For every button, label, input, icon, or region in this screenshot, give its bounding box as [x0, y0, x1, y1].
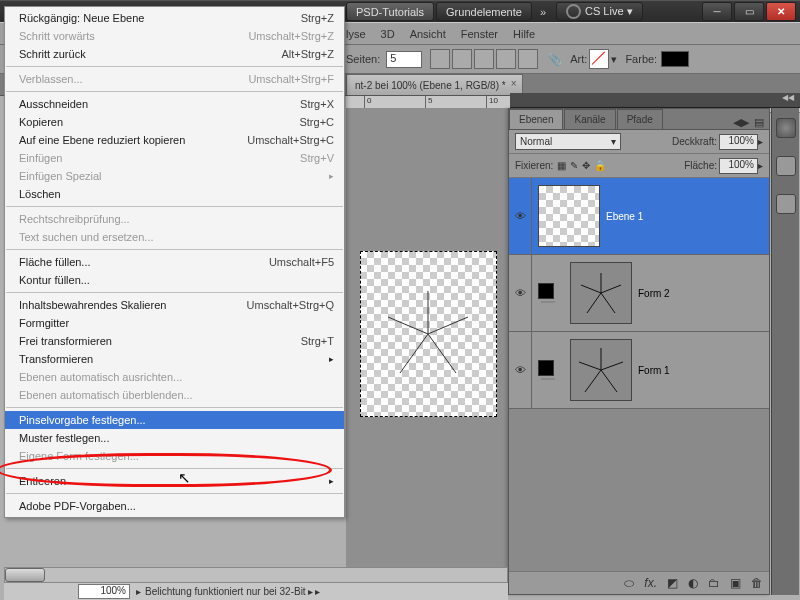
workspace-psd[interactable]: PSD-Tutorials	[346, 2, 434, 21]
menu-item[interactable]: Entleeren	[5, 472, 344, 490]
layer-name[interactable]: Form 1	[638, 365, 670, 376]
layer-thumb[interactable]	[570, 339, 632, 401]
layer-thumb[interactable]	[538, 185, 600, 247]
cslive-button[interactable]: CS Live ▾	[556, 2, 643, 21]
menu-item: EinfügenStrg+V	[5, 149, 344, 167]
panel-collapse-bar[interactable]	[510, 93, 800, 108]
poly-option-3[interactable]	[474, 49, 494, 69]
fill-input[interactable]: 100%	[719, 158, 758, 174]
trash-icon[interactable]: 🗑	[751, 576, 763, 590]
menu-item[interactable]: Frei transformierenStrg+T	[5, 332, 344, 350]
opacity-label: Deckkraft:	[672, 136, 717, 147]
dock-swatches-icon[interactable]	[776, 156, 796, 176]
lock-all-icon[interactable]: 🔒	[594, 160, 606, 171]
poly-option-1[interactable]	[430, 49, 450, 69]
layer-name[interactable]: Form 2	[638, 288, 670, 299]
close-button[interactable]: ✕	[766, 2, 796, 21]
menu-item[interactable]: Fläche füllen...Umschalt+F5	[5, 253, 344, 271]
status-bar: 100% ▸ Belichtung funktioniert nur bei 3…	[4, 582, 508, 600]
tab-kanaele[interactable]: Kanäle	[564, 109, 615, 129]
menu-item[interactable]: KopierenStrg+C	[5, 113, 344, 131]
lock-paint-icon[interactable]: ✎	[570, 160, 578, 171]
workspace-grund[interactable]: Grundelemente	[436, 2, 532, 21]
menu-hilfe[interactable]: Hilfe	[513, 28, 535, 40]
opacity-input[interactable]: 100%	[719, 134, 758, 150]
blend-mode-select[interactable]: Normal▾	[515, 133, 621, 150]
svg-line-1	[428, 317, 468, 334]
menu-item[interactable]: Formgitter	[5, 314, 344, 332]
dock-color-icon[interactable]	[776, 118, 796, 138]
link-icon[interactable]: ⬭	[624, 576, 634, 590]
art-label: Art:	[570, 53, 587, 65]
poly-option-5[interactable]	[518, 49, 538, 69]
menu-item[interactable]: Rückgängig: Neue EbeneStrg+Z	[5, 9, 344, 27]
farbe-label: Farbe:	[625, 53, 657, 65]
menu-item: Eigene Form festlegen...	[5, 447, 344, 465]
maximize-button[interactable]: ▭	[734, 2, 764, 21]
menu-item[interactable]: Adobe PDF-Vorgaben...	[5, 497, 344, 515]
layer-mask-thumb[interactable]	[538, 283, 554, 299]
canvas[interactable]	[360, 251, 497, 417]
more-icon[interactable]: »	[540, 6, 546, 18]
scrollbar-horizontal[interactable]	[4, 567, 508, 583]
menu-item[interactable]: Muster festlegen...	[5, 429, 344, 447]
menu-item[interactable]: Transformieren	[5, 350, 344, 368]
visibility-icon[interactable]: 👁	[509, 332, 532, 408]
adjustment-icon[interactable]: ◐	[688, 576, 698, 590]
menu-ansicht[interactable]: Ansicht	[410, 28, 446, 40]
menu-item[interactable]: Schritt zurückAlt+Strg+Z	[5, 45, 344, 63]
color-swatch[interactable]	[661, 51, 689, 67]
dock-styles-icon[interactable]	[776, 194, 796, 214]
tab-ebenen[interactable]: Ebenen	[509, 109, 563, 129]
poly-option-4[interactable]	[496, 49, 516, 69]
seiten-input[interactable]: 5	[386, 51, 422, 68]
layer-row[interactable]: 👁 Form 2	[509, 255, 769, 332]
svg-line-13	[601, 370, 617, 392]
menu-item: Einfügen Spezial	[5, 167, 344, 185]
layer-mask-thumb[interactable]	[538, 360, 554, 376]
tab-pfade[interactable]: Pfade	[617, 109, 663, 129]
menu-fenster[interactable]: Fenster	[461, 28, 498, 40]
fill-label: Fläche:	[684, 160, 717, 171]
layer-row[interactable]: 👁 Ebene 1	[509, 178, 769, 255]
menu-item[interactable]: Auf eine Ebene reduziert kopierenUmschal…	[5, 131, 344, 149]
style-picker[interactable]	[589, 49, 609, 69]
layers-panel-footer: ⬭ fx. ◩ ◐ 🗀 ▣ 🗑	[509, 571, 769, 594]
svg-line-11	[601, 362, 623, 370]
mask-icon[interactable]: ◩	[667, 576, 678, 590]
lock-label: Fixieren:	[515, 160, 553, 171]
status-text: Belichtung funktioniert nur bei 32-Bit ▸	[145, 586, 313, 597]
minimize-button[interactable]: ─	[702, 2, 732, 21]
menu-item[interactable]: Pinselvorgabe festlegen...	[5, 411, 344, 429]
layer-row[interactable]: 👁 Form 1	[509, 332, 769, 409]
menu-item[interactable]: AusschneidenStrg+X	[5, 95, 344, 113]
visibility-icon[interactable]: 👁	[509, 178, 532, 254]
menu-3d[interactable]: 3D	[381, 28, 395, 40]
svg-line-9	[587, 293, 601, 313]
menu-analyse[interactable]: lyse	[346, 28, 366, 40]
document-tab[interactable]: nt-2 bei 100% (Ebene 1, RGB/8) *	[346, 74, 523, 95]
new-layer-icon[interactable]: ▣	[730, 576, 741, 590]
layer-thumb[interactable]	[570, 262, 632, 324]
panel-prev-icon[interactable]: ◀▶	[733, 116, 749, 129]
layer-name[interactable]: Ebene 1	[606, 211, 643, 222]
star-shape-icon	[360, 251, 497, 417]
poly-option-2[interactable]	[452, 49, 472, 69]
svg-line-8	[601, 293, 615, 313]
canvas-stage[interactable]	[346, 108, 508, 595]
svg-line-12	[579, 362, 601, 370]
panel-menu-icon[interactable]: ▤	[754, 116, 764, 129]
menu-item[interactable]: Inhaltsbewahrendes SkalierenUmschalt+Str…	[5, 296, 344, 314]
fx-icon[interactable]: fx.	[644, 576, 657, 590]
group-icon[interactable]: 🗀	[708, 576, 720, 590]
svg-line-3	[428, 334, 456, 373]
seiten-label: Seiten:	[346, 53, 380, 65]
zoom-input[interactable]: 100%	[78, 584, 130, 599]
visibility-icon[interactable]: 👁	[509, 255, 532, 331]
menu-item[interactable]: Löschen	[5, 185, 344, 203]
menu-item: Text suchen und ersetzen...	[5, 228, 344, 246]
lock-trans-icon[interactable]: ▦	[557, 160, 566, 171]
layers-panel: Ebenen Kanäle Pfade ◀▶▤ Normal▾ Deckkraf…	[508, 108, 770, 595]
lock-move-icon[interactable]: ✥	[582, 160, 590, 171]
menu-item[interactable]: Kontur füllen...	[5, 271, 344, 289]
